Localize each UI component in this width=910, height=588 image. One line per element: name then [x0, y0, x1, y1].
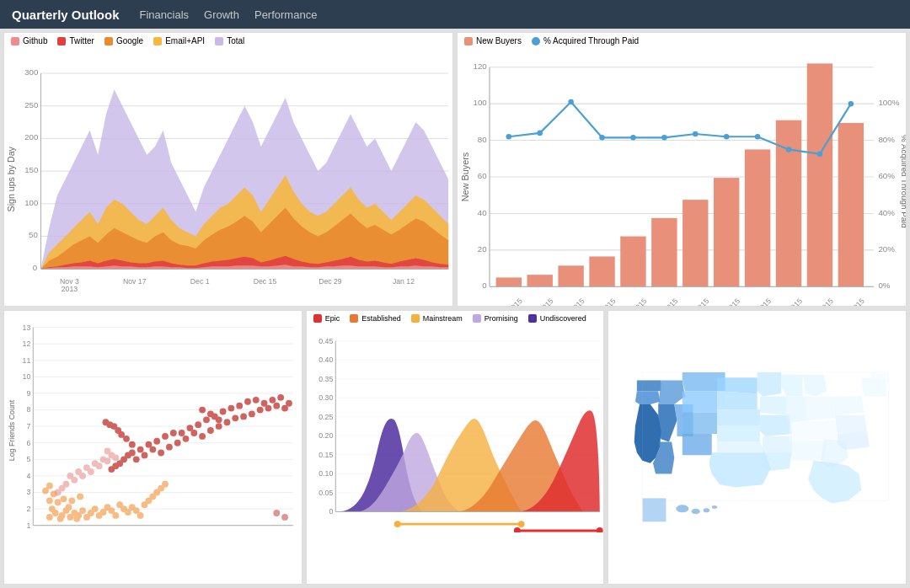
svg-point-163: [207, 427, 214, 434]
density-legend: Epic Established Mainstream Promising Un…: [307, 311, 604, 326]
svg-point-184: [170, 430, 177, 436]
svg-point-224: [273, 510, 280, 516]
svg-point-157: [158, 450, 164, 457]
legend-github: Github: [11, 36, 47, 45]
svg-text:9: 9: [26, 389, 30, 398]
dashboard: Github Twitter Google Email+API Total: [0, 29, 910, 588]
svg-point-254: [676, 505, 688, 513]
svg-text:120: 120: [473, 61, 487, 71]
svg-text:250: 250: [24, 100, 38, 110]
svg-point-134: [46, 497, 53, 504]
svg-rect-51: [620, 237, 645, 287]
svg-text:Dec 15: Dec 15: [254, 277, 277, 286]
svg-point-61: [568, 99, 574, 105]
svg-rect-57: [807, 63, 832, 286]
svg-point-132: [68, 497, 75, 504]
svg-point-171: [179, 430, 185, 436]
svg-point-192: [286, 400, 292, 407]
svg-text:Aug 2015: Aug 2015: [714, 297, 741, 307]
svg-text:Dec 29: Dec 29: [318, 277, 342, 286]
twitter-color: [57, 37, 66, 45]
svg-point-159: [174, 440, 181, 446]
svg-text:40%: 40%: [878, 208, 895, 217]
established-color: [350, 314, 358, 323]
svg-point-221: [55, 489, 62, 496]
legend-established: Established: [350, 314, 401, 323]
paid-label: % Acquired Through Paid: [543, 36, 639, 45]
undiscovered-color: [528, 314, 537, 323]
twitter-label: Twitter: [69, 36, 94, 45]
svg-point-162: [199, 433, 206, 440]
svg-text:Nov 2015: Nov 2015: [807, 297, 835, 307]
buyers-color: [464, 37, 473, 45]
svg-text:May 2015: May 2015: [619, 297, 648, 307]
buyers-label: New Buyers: [476, 36, 522, 45]
svg-text:Sign ups by Day: Sign ups by Day: [6, 146, 16, 211]
legend-google: Google: [104, 36, 143, 45]
svg-point-133: [77, 493, 83, 500]
legend-twitter: Twitter: [57, 36, 94, 45]
svg-point-216: [79, 473, 86, 479]
svg-point-257: [712, 505, 717, 509]
svg-text:200: 200: [24, 132, 38, 142]
svg-point-128: [92, 505, 99, 512]
svg-text:7: 7: [26, 422, 30, 430]
svg-text:0.25: 0.25: [318, 413, 333, 421]
svg-point-59: [506, 134, 512, 140]
svg-text:0.05: 0.05: [318, 489, 333, 497]
svg-point-249: [393, 521, 400, 527]
nav-growth[interactable]: Growth: [204, 8, 239, 21]
svg-text:Log Friends Count: Log Friends Count: [8, 399, 16, 461]
svg-point-256: [704, 508, 710, 512]
legend-mainstream: Mainstream: [411, 314, 463, 323]
svg-rect-47: [496, 277, 522, 286]
scatter-svg: Log Friends Count 1 2 3 4 5 6 7 8 9 10 1…: [4, 311, 302, 550]
svg-rect-54: [714, 178, 739, 286]
svg-point-190: [277, 394, 284, 401]
svg-rect-48: [527, 275, 553, 286]
svg-text:Jan 12: Jan 12: [393, 277, 415, 286]
total-label: Total: [227, 36, 244, 45]
svg-rect-55: [745, 149, 770, 286]
svg-text:Oct 2015: Oct 2015: [777, 297, 804, 307]
svg-text:50: 50: [29, 230, 38, 239]
svg-point-205: [216, 416, 222, 423]
svg-point-215: [71, 477, 78, 484]
svg-point-172: [186, 425, 193, 431]
app-title: Quarterly Outlook: [12, 8, 120, 22]
density-chart-panel: Epic Established Mainstream Promising Un…: [306, 310, 605, 585]
svg-point-66: [724, 134, 730, 140]
svg-point-188: [261, 400, 268, 407]
svg-text:3: 3: [26, 488, 30, 496]
svg-point-166: [232, 414, 238, 421]
svg-point-64: [661, 135, 667, 141]
nav-financials[interactable]: Financials: [140, 8, 190, 21]
svg-text:Jul 2015: Jul 2015: [685, 297, 710, 307]
header-nav: Financials Growth Performance: [140, 8, 318, 21]
svg-point-120: [57, 516, 64, 522]
svg-point-124: [79, 507, 86, 514]
svg-point-67: [755, 134, 761, 140]
google-color: [104, 37, 113, 45]
svg-text:0.40: 0.40: [318, 355, 333, 364]
svg-point-179: [244, 398, 251, 405]
signups-svg: Sign ups by Day 0 50 100 150 200 250 300: [4, 49, 452, 307]
svg-point-197: [108, 466, 115, 473]
svg-text:Mar 2015: Mar 2015: [559, 297, 586, 307]
svg-text:0.30: 0.30: [318, 393, 333, 402]
svg-point-63: [630, 135, 636, 141]
svg-point-198: [129, 441, 136, 448]
nav-performance[interactable]: Performance: [254, 8, 317, 21]
svg-text:6: 6: [26, 439, 30, 447]
svg-point-123: [65, 504, 72, 510]
svg-text:100: 100: [24, 198, 38, 207]
svg-text:1: 1: [26, 521, 30, 530]
svg-text:4: 4: [26, 472, 30, 480]
svg-point-69: [817, 152, 823, 158]
svg-text:Nov 17: Nov 17: [123, 277, 147, 286]
svg-point-174: [203, 416, 210, 423]
svg-point-155: [142, 452, 148, 459]
signups-legend: Github Twitter Google Email+API Total: [4, 33, 452, 49]
scatter-chart-panel: Log Friends Count 1 2 3 4 5 6 7 8 9 10 1…: [3, 310, 302, 585]
emailapi-color: [153, 37, 162, 45]
